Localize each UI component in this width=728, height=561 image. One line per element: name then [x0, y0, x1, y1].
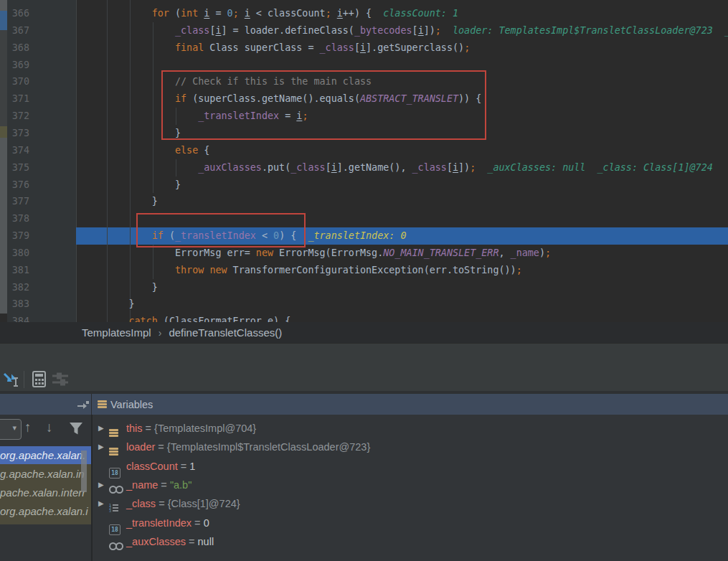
frame-entry[interactable]: org.apache.xalan.i: [0, 502, 91, 520]
line-number[interactable]: 379: [6, 227, 29, 245]
breadcrumb-class[interactable]: TemplatesImpl: [82, 326, 151, 339]
code-token: throw: [175, 265, 204, 275]
code-token: _class: [290, 162, 325, 173]
code-token: i: [245, 8, 250, 19]
code-token: ++) {: [343, 8, 372, 19]
code-editor[interactable]: 3653663673683693703713723733743753763773…: [0, 0, 728, 322]
code-token: (: [169, 8, 181, 19]
code-token: < classCount: [250, 8, 326, 19]
breadcrumb: TemplatesImpl › defineTransletClasses(): [0, 322, 728, 343]
code-token: [82, 316, 129, 322]
code-token: [: [447, 162, 453, 173]
code-line-381[interactable]: throw new TransformerConfigurationExcept…: [82, 262, 522, 279]
expand-arrow-icon[interactable]: ▶: [98, 438, 104, 456]
layout-settings-icon[interactable]: [52, 372, 69, 387]
code-line-367[interactable]: _class[i] = loader.defineClass(_bytecode…: [82, 22, 728, 39]
line-number[interactable]: 366: [6, 5, 29, 22]
frames-panel: ▾ ↑ ↓ org.apache.xalan.g.apache.xalan.in…: [0, 415, 93, 561]
header-separator: [91, 394, 92, 415]
line-number[interactable]: 368: [6, 39, 29, 57]
frames-scrollbar[interactable]: [81, 451, 87, 492]
code-token: ;: [545, 248, 551, 258]
code-token: int: [181, 8, 198, 19]
code-token: ;: [233, 8, 239, 19]
variable-row-_class[interactable]: ▶123_class = {Class[1]@724}: [93, 494, 728, 513]
line-number[interactable]: 373: [6, 125, 29, 142]
frame-entry[interactable]: g.apache.xalan.in: [0, 465, 91, 483]
variable-row-this[interactable]: ▶this = {TemplatesImpl@704}: [93, 419, 728, 438]
code-token: 0: [227, 8, 233, 19]
variables-tab-label[interactable]: Variables: [110, 399, 153, 410]
expand-arrow-icon[interactable]: ▶: [98, 419, 104, 438]
arrow-to-square-icon[interactable]: [77, 400, 90, 410]
code-line-374[interactable]: else {: [82, 142, 209, 159]
breadcrumb-method[interactable]: defineTransletClasses(): [169, 326, 282, 339]
filter-funnel-icon[interactable]: [69, 422, 83, 435]
line-number[interactable]: 378: [6, 210, 29, 227]
variable-row-_auxClasses[interactable]: _auxClasses = null: [93, 532, 728, 551]
run-to-cursor-icon[interactable]: [3, 371, 20, 388]
code-token: _name: [511, 248, 539, 258]
variable-name: _transletIndex = 0: [126, 514, 209, 532]
line-number[interactable]: 381: [6, 262, 29, 279]
code-token: _class: [320, 42, 354, 53]
code-line-366[interactable]: for (int i = 0; i < classCount; i++) { c…: [82, 5, 458, 22]
code-token: =: [209, 8, 227, 19]
code-token: [82, 42, 175, 53]
expand-arrow-icon[interactable]: ▶: [98, 494, 104, 513]
expand-arrow-icon[interactable]: ▶: [98, 476, 104, 494]
frame-entry[interactable]: pache.xalan.interr: [0, 484, 91, 501]
variable-row-_name[interactable]: ▶_name = "a.b": [93, 476, 728, 494]
variable-row-loader[interactable]: ▶loader = {TemplatesImpl$TransletClassLo…: [93, 438, 728, 456]
code-token: [: [326, 162, 331, 173]
code-token: [82, 265, 175, 275]
code-line-384[interactable]: catch (ClassFormatError e) {: [82, 313, 290, 322]
code-token: else: [175, 145, 198, 156]
line-number[interactable]: 376: [6, 176, 29, 194]
line-number[interactable]: 375: [6, 159, 29, 176]
equals-sign: =: [156, 498, 168, 509]
code-token: i: [453, 162, 458, 173]
frame-entry[interactable]: org.apache.xalan.: [0, 446, 91, 464]
code-token: ErrorMsg err=: [82, 248, 256, 258]
code-line-383[interactable]: }: [82, 296, 135, 313]
code-token: ;: [516, 265, 522, 275]
line-number[interactable]: 382: [6, 279, 29, 296]
code-line-375[interactable]: _auxClasses.put(_class[i].getName(), _cl…: [82, 159, 713, 176]
line-number[interactable]: 377: [6, 193, 29, 210]
line-number[interactable]: 371: [6, 90, 29, 108]
code-token: ErrorMsg(ErrorMsg.: [273, 248, 383, 258]
variable-name: _auxClasses = null: [126, 532, 214, 551]
code-token: ]): [424, 25, 435, 36]
variable-row-classCount[interactable]: 18classCount = 1: [93, 457, 728, 476]
line-number[interactable]: 380: [6, 245, 29, 262]
code-token: ;: [464, 42, 470, 53]
variable-name: _class = {Class[1]@724}: [126, 494, 240, 513]
line-number[interactable]: 384: [6, 313, 29, 322]
down-arrow-icon[interactable]: ↓: [46, 418, 53, 437]
thread-combobox[interactable]: ▾: [0, 419, 22, 440]
code-line-377[interactable]: }: [82, 193, 158, 210]
variable-row-_transletIndex[interactable]: 18_transletIndex = 0: [93, 514, 728, 532]
evaluate-expression-icon[interactable]: [32, 371, 47, 388]
up-arrow-icon[interactable]: ↑: [24, 418, 32, 437]
code-token: ;: [326, 8, 331, 19]
line-number[interactable]: 383: [6, 296, 29, 313]
code-token: i: [418, 25, 424, 36]
code-line-368[interactable]: final Class superClass = _class[i].getSu…: [82, 39, 470, 57]
line-number[interactable]: 367: [6, 22, 29, 39]
code-token: i: [337, 8, 343, 19]
equals-sign: =: [143, 423, 155, 434]
line-number[interactable]: 365: [6, 0, 29, 5]
code-line-382[interactable]: }: [82, 279, 158, 296]
inline-debugger-hint: _transletIndex: 0: [296, 230, 406, 241]
line-number[interactable]: 369: [6, 57, 29, 74]
code-token: TransformerConfigurationException(err.to…: [227, 265, 516, 275]
variable-name: loader = {TemplatesImpl$TransletClassLoa…: [126, 438, 370, 456]
code-token: i: [360, 42, 366, 53]
line-number[interactable]: 374: [6, 142, 29, 159]
line-number[interactable]: 372: [6, 108, 29, 125]
code-line-376[interactable]: }: [82, 176, 181, 194]
code-token: [331, 8, 337, 19]
line-number[interactable]: 370: [6, 73, 29, 90]
